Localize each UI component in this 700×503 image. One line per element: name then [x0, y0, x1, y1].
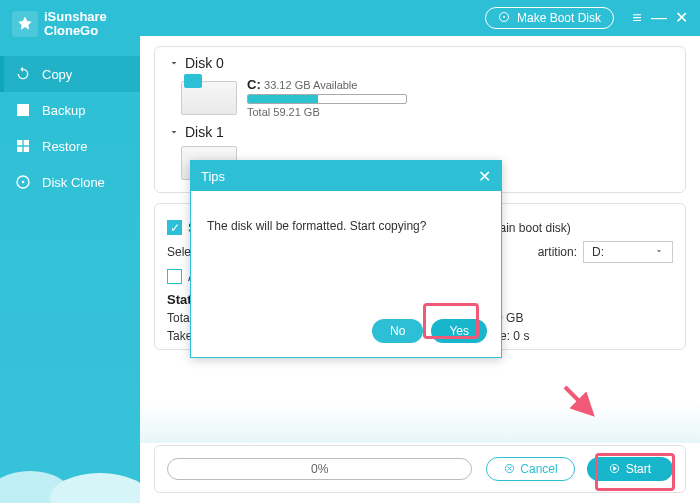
partition-suffix-label: artition:: [538, 245, 577, 259]
disk0-vol-name: C:: [247, 77, 261, 92]
dialog-header: Tips ✕: [191, 161, 501, 191]
boot-disk-icon: [498, 11, 512, 25]
close-button[interactable]: ✕: [670, 10, 692, 26]
dialog-yes-button[interactable]: Yes: [431, 319, 487, 343]
play-icon: [609, 463, 621, 475]
disk1-toggle[interactable]: Disk 1: [167, 124, 673, 140]
make-boot-label: Make Boot Disk: [517, 11, 601, 25]
disk0-vol-total: Total 59.21 GB: [247, 106, 407, 118]
dialog-title: Tips: [201, 169, 225, 184]
titlebar: Make Boot Disk ≡ ― ✕: [140, 0, 700, 36]
brand-logo: iSunshare CloneGo: [0, 0, 140, 52]
chevron-down-icon: [167, 56, 181, 70]
nav-copy-label: Copy: [42, 67, 72, 82]
brand-name-line2: CloneGo: [44, 24, 107, 38]
nav-backup[interactable]: Backup: [0, 92, 140, 128]
target-partition-select[interactable]: D:: [583, 241, 673, 263]
menu-button[interactable]: ≡: [626, 10, 648, 26]
nav-list: Copy Backup Restore Disk Clone: [0, 56, 140, 200]
disk0-label: Disk 0: [185, 55, 224, 71]
start-label: Start: [626, 462, 651, 476]
brand-mark-icon: [12, 11, 38, 37]
disk0-usage-bar: [247, 94, 407, 104]
disk0-volume[interactable]: C: 33.12 GB Available Total 59.21 GB: [167, 75, 673, 124]
volume-thumb-icon: [181, 81, 237, 115]
nav-backup-label: Backup: [42, 103, 85, 118]
disk0-toggle[interactable]: Disk 0: [167, 55, 673, 71]
progress-bar: 0%: [167, 458, 472, 480]
nav-diskclone-label: Disk Clone: [42, 175, 105, 190]
grid-icon: [14, 137, 32, 155]
disk-icon: [14, 173, 32, 191]
nav-restore-label: Restore: [42, 139, 88, 154]
sync-icon: [14, 65, 32, 83]
dialog-message: The disk will be formatted. Start copyin…: [207, 219, 426, 233]
app-root: iSunshare CloneGo Copy Backup Restore Di…: [0, 0, 700, 503]
minimize-button[interactable]: ―: [648, 10, 670, 26]
dialog-body: The disk will be formatted. Start copyin…: [191, 191, 501, 311]
progress-text: 0%: [311, 462, 328, 476]
cancel-icon: [503, 463, 515, 475]
make-boot-disk-button[interactable]: Make Boot Disk: [485, 7, 614, 29]
sidebar: iSunshare CloneGo Copy Backup Restore Di…: [0, 0, 140, 503]
checkbox-checked-icon[interactable]: ✓: [167, 220, 182, 235]
svg-point-1: [22, 181, 25, 184]
plus-box-icon: [14, 101, 32, 119]
brand-name-line1: iSunshare: [44, 10, 107, 24]
cancel-label: Cancel: [520, 462, 557, 476]
svg-point-3: [50, 473, 140, 503]
svg-point-5: [503, 16, 505, 18]
dialog-close-button[interactable]: ✕: [478, 167, 491, 186]
cancel-button[interactable]: Cancel: [486, 457, 574, 481]
nav-diskclone[interactable]: Disk Clone: [0, 164, 140, 200]
nav-copy[interactable]: Copy: [0, 56, 140, 92]
dialog-footer: No Yes: [191, 311, 501, 357]
tips-dialog: Tips ✕ The disk will be formatted. Start…: [190, 160, 502, 358]
sidebar-clouds-decor: [0, 443, 140, 503]
chevron-down-icon: [167, 125, 181, 139]
chevron-down-icon: [654, 245, 664, 259]
dialog-no-button[interactable]: No: [372, 319, 423, 343]
start-button[interactable]: Start: [587, 457, 673, 481]
footer: 0% Cancel Start: [154, 445, 686, 493]
disk0-vol-avail: 33.12 GB Available: [264, 79, 357, 91]
disk1-label: Disk 1: [185, 124, 224, 140]
nav-restore[interactable]: Restore: [0, 128, 140, 164]
checkbox-unchecked-icon[interactable]: [167, 269, 182, 284]
target-partition-value: D:: [592, 245, 604, 259]
